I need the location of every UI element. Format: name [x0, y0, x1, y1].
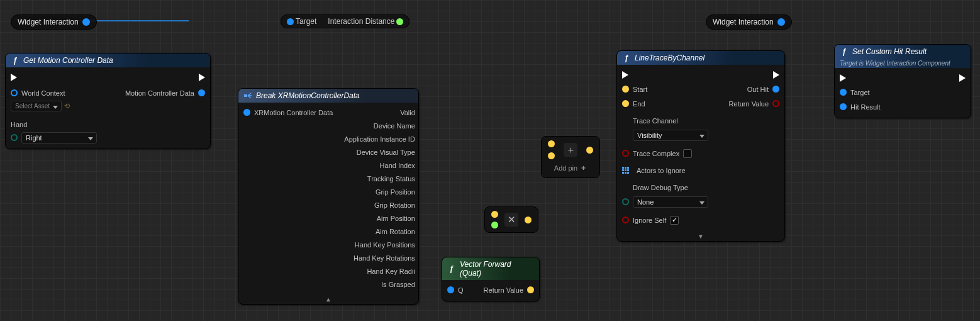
node-title: Vector Forward (Quat) [460, 260, 534, 278]
pin-q-in[interactable] [447, 286, 454, 293]
pin-return-value[interactable] [527, 286, 534, 293]
pin-mul-b[interactable] [491, 222, 498, 228]
label-q: Q [458, 286, 464, 294]
pin-hand[interactable] [11, 134, 18, 141]
exec-out[interactable] [959, 72, 966, 84]
label-is-grasped: Is Grasped [381, 281, 415, 288]
variable-label: Widget Interaction [713, 18, 774, 26]
label-hand: Hand [11, 121, 27, 128]
node-linetracebychannel[interactable]: ƒ LineTraceByChannel Start End Trace Cha… [616, 50, 785, 242]
variable-widget-interaction-2[interactable]: Widget Interaction [706, 14, 792, 30]
dropdown-trace-channel[interactable]: Visibility [633, 130, 708, 141]
add-pin-icon[interactable]: ＋ [580, 163, 587, 172]
reset-icon[interactable]: ⟲ [64, 102, 70, 110]
node-title: Break XRMotionControllerData [256, 91, 360, 100]
checkbox-ignore-self[interactable] [670, 216, 679, 225]
collapse-arrow-icon[interactable]: ▲ [325, 296, 331, 303]
struct-break-icon [243, 91, 252, 100]
label-app-id: Application Instance ID [344, 135, 415, 143]
pin-target[interactable] [840, 89, 847, 96]
label-add-pin: Add pin [554, 164, 577, 172]
label-target: Target [296, 17, 316, 26]
checkbox-trace-complex[interactable] [683, 149, 692, 158]
label-ignore-self: Ignore Self [633, 217, 666, 224]
hand-dropdown[interactable]: Right [21, 132, 97, 144]
pin-interaction-distance-out[interactable] [396, 18, 403, 25]
pin-mc-data-out[interactable] [198, 89, 205, 96]
pin-add-out[interactable] [586, 147, 593, 154]
output-pin[interactable] [777, 18, 785, 26]
output-pin[interactable] [82, 18, 90, 26]
label-out-hit: Out Hit [747, 86, 769, 93]
multiply-icon: ✕ [504, 213, 518, 227]
label-target: Target [850, 89, 870, 96]
node-vector-forward-quat[interactable]: ƒ Vector Forward (Quat) Q Return Value [442, 257, 540, 301]
label-hand-key-radii: Hand Key Radii [367, 268, 415, 275]
label-actors-ignore: Actors to Ignore [637, 167, 686, 174]
label-valid: Valid [400, 109, 415, 116]
world-context-asset-picker[interactable]: Select Asset [11, 101, 62, 111]
pin-mul-out[interactable] [525, 217, 532, 223]
node-header: ƒ Vector Forward (Quat) [442, 257, 539, 280]
label-tracking: Tracking Status [367, 175, 415, 183]
variable-label: Widget Interaction [18, 18, 79, 26]
label-draw-debug: Draw Debug Type [633, 184, 688, 191]
dropdown-draw-debug[interactable]: None [633, 196, 708, 208]
pin-trace-complex[interactable] [622, 150, 629, 157]
pin-start[interactable] [622, 86, 629, 93]
node-header: ƒSet Custom Hit Result Target is Widget … [835, 45, 971, 68]
node-break-xrmotioncontrollerdata[interactable]: Break XRMotionControllerData XRMotion Co… [238, 88, 419, 305]
exec-out[interactable] [773, 69, 779, 81]
label-xr-data: XRMotion Controller Data [254, 109, 333, 116]
target-interaction-distance-node[interactable]: Target Interaction Distance [281, 14, 409, 28]
label-grip-pos: Grip Position [376, 188, 415, 196]
node-set-custom-hit-result[interactable]: ƒSet Custom Hit Result Target is Widget … [834, 44, 971, 118]
pin-return-value[interactable] [772, 100, 779, 107]
pin-actors-ignore[interactable] [622, 167, 629, 174]
pin-world-context[interactable] [11, 89, 18, 96]
pin-draw-debug[interactable] [622, 198, 629, 205]
node-header: Break XRMotionControllerData [238, 89, 418, 103]
expand-arrow-icon[interactable]: ▼ [698, 233, 704, 240]
label-trace-channel: Trace Channel [633, 117, 678, 125]
pin-end[interactable] [622, 100, 629, 107]
variable-widget-interaction-1[interactable]: Widget Interaction [11, 14, 97, 30]
exec-out[interactable] [199, 71, 205, 83]
function-icon: ƒ [447, 264, 456, 273]
node-header: ƒ LineTraceByChannel [617, 51, 784, 65]
plus-icon: ＋ [564, 143, 577, 157]
label-aim-rot: Aim Rotation [376, 228, 415, 235]
exec-in[interactable] [840, 72, 881, 84]
pin-out-hit[interactable] [772, 86, 779, 93]
pin-add-a[interactable] [548, 140, 555, 147]
label-interaction-distance: Interaction Distance [328, 17, 394, 26]
pin-target-in[interactable] [287, 18, 294, 25]
node-multiply[interactable]: ✕ [484, 206, 538, 233]
pin-ignore-self[interactable] [622, 217, 629, 223]
label-hit-result: Hit Result [850, 103, 881, 111]
label-aim-pos: Aim Position [377, 215, 415, 222]
label-hand-index: Hand Index [380, 162, 415, 169]
function-icon: ƒ [840, 47, 849, 56]
function-icon: ƒ [622, 54, 631, 62]
label-grip-rot: Grip Rotation [374, 201, 415, 209]
pin-mul-a[interactable] [491, 211, 498, 218]
node-get-motion-controller-data[interactable]: ƒ Get Motion Controller Data World Conte… [5, 53, 211, 149]
pin-hit-result[interactable] [840, 103, 847, 110]
label-start: Start [633, 86, 647, 93]
label-world-context: World Context [21, 89, 65, 97]
exec-in[interactable] [11, 71, 97, 83]
node-add[interactable]: ＋ Add pin＋ [541, 136, 600, 178]
pin-xr-data-in[interactable] [243, 109, 250, 116]
pin-add-b[interactable] [548, 152, 555, 159]
label-device-name: Device Name [374, 122, 415, 130]
label-visual-type: Device Visual Type [357, 149, 415, 156]
node-subtitle: Target is Widget Interaction Component [840, 60, 950, 67]
label-return-value: Return Value [484, 286, 523, 294]
svg-rect-0 [244, 94, 247, 97]
label-hand-key-pos: Hand Key Positions [355, 241, 415, 249]
label-end: End [633, 100, 645, 108]
label-hand-key-rot: Hand Key Rotations [354, 254, 415, 262]
label-mc-data: Motion Controller Data [125, 89, 194, 97]
exec-in[interactable] [622, 69, 708, 81]
